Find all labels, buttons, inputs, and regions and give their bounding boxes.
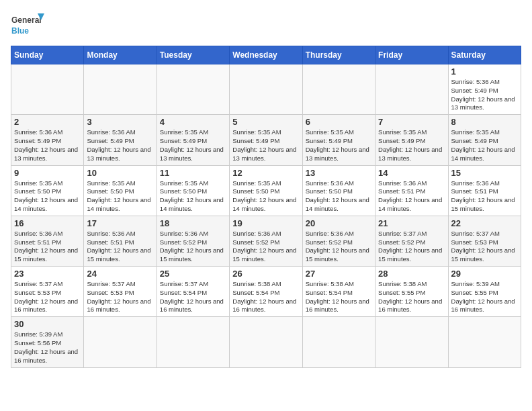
calendar-cell: 6Sunrise: 5:35 AM Sunset: 5:49 PM Daylig…	[302, 115, 375, 165]
day-info: Sunrise: 5:36 AM Sunset: 5:52 PM Dayligh…	[160, 230, 226, 264]
day-number: 26	[232, 269, 299, 279]
calendar-cell: 8Sunrise: 5:35 AM Sunset: 5:49 PM Daylig…	[448, 115, 521, 165]
calendar-cell: 21Sunrise: 5:37 AM Sunset: 5:52 PM Dayli…	[375, 216, 448, 266]
calendar-cell	[157, 317, 229, 367]
day-number: 5	[232, 117, 299, 127]
logo: General Blue	[11, 11, 44, 40]
day-number: 14	[378, 168, 445, 178]
day-number: 24	[87, 269, 153, 279]
week-row-4: 16Sunrise: 5:36 AM Sunset: 5:51 PM Dayli…	[11, 216, 521, 266]
day-number: 29	[451, 269, 518, 279]
day-number: 12	[232, 168, 299, 178]
calendar-cell: 19Sunrise: 5:36 AM Sunset: 5:52 PM Dayli…	[230, 216, 302, 266]
calendar-cell: 22Sunrise: 5:37 AM Sunset: 5:53 PM Dayli…	[448, 216, 521, 266]
calendar-cell: 27Sunrise: 5:38 AM Sunset: 5:54 PM Dayli…	[302, 267, 375, 317]
calendar-cell: 28Sunrise: 5:38 AM Sunset: 5:55 PM Dayli…	[375, 267, 448, 317]
day-info: Sunrise: 5:36 AM Sunset: 5:52 PM Dayligh…	[306, 230, 372, 264]
day-info: Sunrise: 5:36 AM Sunset: 5:51 PM Dayligh…	[378, 179, 445, 214]
calendar-cell	[11, 64, 84, 115]
logo-svg: General Blue	[11, 11, 44, 40]
day-number: 7	[378, 117, 445, 127]
day-info: Sunrise: 5:37 AM Sunset: 5:53 PM Dayligh…	[451, 230, 518, 264]
day-info: Sunrise: 5:35 AM Sunset: 5:49 PM Dayligh…	[378, 128, 445, 163]
week-row-2: 2Sunrise: 5:36 AM Sunset: 5:49 PM Daylig…	[11, 115, 521, 165]
calendar-cell: 25Sunrise: 5:37 AM Sunset: 5:54 PM Dayli…	[157, 267, 229, 317]
calendar-cell: 16Sunrise: 5:36 AM Sunset: 5:51 PM Dayli…	[11, 216, 84, 266]
day-info: Sunrise: 5:39 AM Sunset: 5:56 PM Dayligh…	[14, 330, 81, 365]
calendar-cell	[375, 317, 448, 367]
day-info: Sunrise: 5:37 AM Sunset: 5:52 PM Dayligh…	[378, 230, 445, 264]
calendar-cell: 15Sunrise: 5:36 AM Sunset: 5:51 PM Dayli…	[448, 165, 521, 216]
day-info: Sunrise: 5:36 AM Sunset: 5:51 PM Dayligh…	[87, 230, 153, 264]
week-row-5: 23Sunrise: 5:37 AM Sunset: 5:53 PM Dayli…	[11, 267, 521, 317]
calendar-cell	[448, 317, 521, 367]
calendar-cell	[84, 317, 157, 367]
day-info: Sunrise: 5:36 AM Sunset: 5:49 PM Dayligh…	[14, 128, 81, 163]
day-info: Sunrise: 5:35 AM Sunset: 5:50 PM Dayligh…	[14, 179, 81, 214]
calendar-cell	[230, 64, 302, 115]
calendar-cell	[84, 64, 157, 115]
calendar-cell: 29Sunrise: 5:39 AM Sunset: 5:55 PM Dayli…	[448, 267, 521, 317]
day-info: Sunrise: 5:36 AM Sunset: 5:51 PM Dayligh…	[14, 230, 81, 264]
day-number: 2	[14, 117, 81, 127]
calendar-cell: 9Sunrise: 5:35 AM Sunset: 5:50 PM Daylig…	[11, 165, 84, 216]
calendar-cell: 5Sunrise: 5:35 AM Sunset: 5:49 PM Daylig…	[230, 115, 302, 165]
day-info: Sunrise: 5:38 AM Sunset: 5:54 PM Dayligh…	[232, 280, 299, 314]
day-number: 10	[87, 168, 153, 178]
svg-text:Blue: Blue	[11, 26, 29, 36]
calendar-cell: 17Sunrise: 5:36 AM Sunset: 5:51 PM Dayli…	[84, 216, 157, 266]
weekday-header-monday: Monday	[84, 46, 157, 64]
day-number: 21	[378, 218, 445, 228]
calendar-cell	[230, 317, 302, 367]
weekday-header-thursday: Thursday	[302, 46, 375, 64]
day-info: Sunrise: 5:36 AM Sunset: 5:49 PM Dayligh…	[87, 128, 153, 163]
page-header: General Blue	[11, 11, 521, 40]
calendar-cell	[302, 64, 375, 115]
day-number: 11	[160, 168, 226, 178]
calendar-cell: 24Sunrise: 5:37 AM Sunset: 5:53 PM Dayli…	[84, 267, 157, 317]
day-number: 13	[306, 168, 372, 178]
weekday-header-sunday: Sunday	[11, 46, 84, 64]
calendar-cell: 26Sunrise: 5:38 AM Sunset: 5:54 PM Dayli…	[230, 267, 302, 317]
day-number: 15	[451, 168, 518, 178]
day-number: 1	[451, 66, 518, 77]
day-info: Sunrise: 5:36 AM Sunset: 5:52 PM Dayligh…	[232, 230, 299, 264]
calendar-table: SundayMondayTuesdayWednesdayThursdayFrid…	[11, 46, 521, 368]
day-number: 6	[306, 117, 372, 127]
day-info: Sunrise: 5:35 AM Sunset: 5:49 PM Dayligh…	[232, 128, 299, 163]
calendar-cell: 3Sunrise: 5:36 AM Sunset: 5:49 PM Daylig…	[84, 115, 157, 165]
day-number: 19	[232, 218, 299, 228]
calendar-cell: 11Sunrise: 5:35 AM Sunset: 5:50 PM Dayli…	[157, 165, 229, 216]
calendar-cell	[302, 317, 375, 367]
day-number: 17	[87, 218, 153, 228]
day-number: 4	[160, 117, 226, 127]
calendar-cell: 14Sunrise: 5:36 AM Sunset: 5:51 PM Dayli…	[375, 165, 448, 216]
day-info: Sunrise: 5:35 AM Sunset: 5:50 PM Dayligh…	[160, 179, 226, 214]
day-info: Sunrise: 5:36 AM Sunset: 5:51 PM Dayligh…	[451, 179, 518, 214]
calendar-cell: 20Sunrise: 5:36 AM Sunset: 5:52 PM Dayli…	[302, 216, 375, 266]
calendar-cell: 1Sunrise: 5:36 AM Sunset: 5:49 PM Daylig…	[448, 64, 521, 115]
week-row-3: 9Sunrise: 5:35 AM Sunset: 5:50 PM Daylig…	[11, 165, 521, 216]
day-info: Sunrise: 5:37 AM Sunset: 5:54 PM Dayligh…	[160, 280, 226, 314]
calendar-cell: 7Sunrise: 5:35 AM Sunset: 5:49 PM Daylig…	[375, 115, 448, 165]
day-info: Sunrise: 5:37 AM Sunset: 5:53 PM Dayligh…	[14, 280, 81, 314]
calendar-cell: 10Sunrise: 5:35 AM Sunset: 5:50 PM Dayli…	[84, 165, 157, 216]
day-info: Sunrise: 5:36 AM Sunset: 5:50 PM Dayligh…	[306, 179, 372, 214]
day-number: 3	[87, 117, 153, 127]
day-info: Sunrise: 5:36 AM Sunset: 5:49 PM Dayligh…	[451, 78, 518, 112]
day-number: 22	[451, 218, 518, 228]
weekday-header-wednesday: Wednesday	[230, 46, 302, 64]
day-number: 23	[14, 269, 81, 279]
day-number: 30	[14, 319, 81, 329]
day-number: 16	[14, 218, 81, 228]
day-number: 8	[451, 117, 518, 127]
calendar-cell: 30Sunrise: 5:39 AM Sunset: 5:56 PM Dayli…	[11, 317, 84, 367]
day-info: Sunrise: 5:35 AM Sunset: 5:50 PM Dayligh…	[87, 179, 153, 214]
calendar-cell: 23Sunrise: 5:37 AM Sunset: 5:53 PM Dayli…	[11, 267, 84, 317]
day-info: Sunrise: 5:37 AM Sunset: 5:53 PM Dayligh…	[87, 280, 153, 314]
day-info: Sunrise: 5:35 AM Sunset: 5:49 PM Dayligh…	[306, 128, 372, 163]
day-number: 28	[378, 269, 445, 279]
calendar-cell	[157, 64, 229, 115]
day-info: Sunrise: 5:35 AM Sunset: 5:50 PM Dayligh…	[232, 179, 299, 214]
day-number: 20	[306, 218, 372, 228]
